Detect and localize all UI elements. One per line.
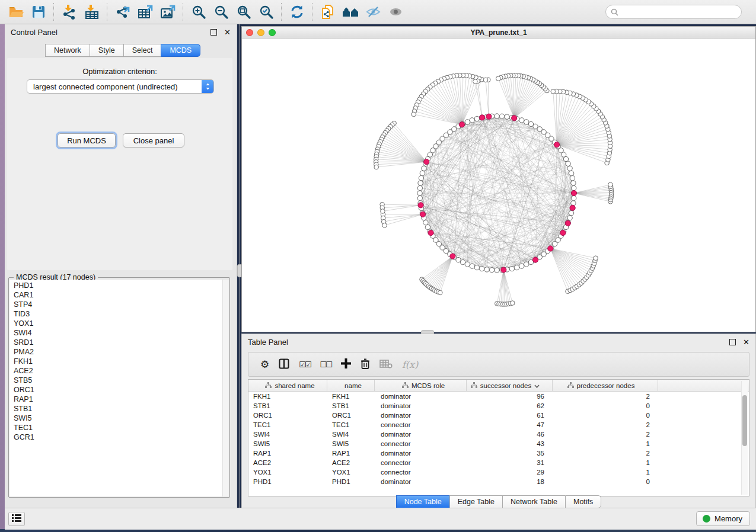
mcds-result-item[interactable]: GCR1	[14, 432, 223, 442]
mcds-result-item[interactable]: STB5	[14, 376, 223, 385]
zoom-fit-button[interactable]	[234, 2, 254, 21]
column-header-mcds-role[interactable]: MCDS role	[375, 380, 467, 391]
network-view-window: YPA_prune.txt_1	[241, 26, 756, 332]
tree-icon	[567, 382, 574, 389]
sort-chevron-icon[interactable]	[534, 382, 540, 389]
export-network-button[interactable]	[113, 2, 133, 21]
mcds-result-item[interactable]: TID3	[14, 309, 223, 319]
table-options-button[interactable]: ⚙	[260, 360, 269, 370]
column-header-name[interactable]: name	[327, 380, 375, 391]
control-panel-title: Control Panel	[11, 28, 58, 37]
table-row[interactable]: FKH1 FKH1 dominator 96 2	[248, 392, 749, 401]
control-panel-tab[interactable]: Select	[123, 44, 161, 57]
close-panel-button[interactable]: Close panel	[123, 133, 184, 148]
control-panel-tab[interactable]: MCDS	[161, 44, 200, 57]
table-scrollbar[interactable]	[741, 381, 748, 495]
mcds-result-group: MCDS result (17 nodes) PHD1CAR1STP4TID3Y…	[8, 277, 230, 498]
mcds-result-item[interactable]: ORC1	[14, 385, 223, 395]
close-window-light[interactable]	[246, 29, 253, 36]
delete-columns-button[interactable]	[361, 358, 370, 371]
export-image-icon	[160, 4, 176, 20]
open-session-button[interactable]	[6, 2, 26, 21]
zoom-selected-button[interactable]	[256, 2, 276, 21]
table-row[interactable]: YOX1 YOX1 connector 29 1	[248, 467, 749, 477]
control-panel-tab[interactable]: Style	[90, 44, 123, 57]
export-table-button[interactable]	[135, 2, 155, 21]
show-all-button[interactable]	[385, 2, 406, 21]
result-list-scrollbar[interactable]	[222, 280, 229, 496]
table-scrollbar-thumb[interactable]	[742, 395, 747, 446]
create-column-button[interactable]	[341, 358, 351, 370]
mcds-result-item[interactable]: CAR1	[14, 290, 223, 300]
delete-table-button[interactable]	[379, 359, 393, 370]
hide-selected-button[interactable]	[363, 2, 383, 21]
network-list-button[interactable]	[8, 512, 25, 526]
close-panel-icon[interactable]: ✕	[224, 28, 231, 37]
search-field[interactable]	[605, 5, 742, 19]
network-window-titlebar[interactable]: YPA_prune.txt_1	[242, 27, 755, 39]
clone-network-button[interactable]	[318, 2, 338, 21]
zoom-out-button[interactable]	[211, 2, 231, 21]
mcds-result-item[interactable]: PHD1	[14, 281, 223, 290]
select-all-button[interactable]: ☑☑	[299, 361, 310, 368]
table-tab[interactable]: Motifs	[565, 495, 601, 508]
table-tab[interactable]: Network Table	[502, 495, 565, 508]
float-panel-button[interactable]	[210, 29, 217, 36]
table-row[interactable]: ORC1 ORC1 dominator 61 0	[248, 411, 749, 420]
import-network-button[interactable]	[59, 2, 79, 21]
table-row[interactable]: TEC1 TEC1 connector 47 2	[248, 420, 749, 430]
mcds-result-item[interactable]: ACE2	[14, 366, 223, 376]
column-header-predecessor-nodes[interactable]: predecessor nodes	[553, 380, 658, 391]
table-row[interactable]: RAP1 RAP1 dominator 35 2	[248, 448, 749, 458]
table-row[interactable]: ACE2 ACE2 connector 31 1	[248, 458, 749, 467]
mcds-panel: Optimization criterion: largest connecte…	[7, 58, 232, 270]
table-row[interactable]: SWI5 SWI5 connector 43 1	[248, 439, 749, 448]
mcds-result-item[interactable]: RAP1	[14, 395, 223, 404]
function-builder-button[interactable]: f(x)	[402, 359, 418, 370]
export-image-button[interactable]	[158, 2, 178, 21]
table-row[interactable]: SWI4 SWI4 dominator 46 2	[248, 430, 749, 439]
toolbar-separator	[53, 3, 55, 21]
show-columns-button[interactable]	[279, 358, 289, 371]
save-session-button[interactable]	[28, 2, 49, 21]
memory-label: Memory	[714, 514, 742, 523]
maximize-window-light[interactable]	[269, 29, 276, 36]
network-canvas[interactable]	[242, 39, 755, 332]
zoom-out-icon	[214, 5, 229, 20]
apply-layout-button[interactable]	[287, 2, 307, 21]
search-input[interactable]	[622, 7, 736, 17]
mcds-result-item[interactable]: STP4	[14, 300, 223, 309]
run-mcds-button[interactable]: Run MCDS	[58, 133, 116, 148]
memory-button[interactable]: Memory	[696, 511, 750, 526]
deselect-all-button[interactable]: ☐☐	[320, 361, 331, 368]
first-neighbors-button[interactable]	[340, 2, 361, 21]
table-tab[interactable]: Node Table	[396, 495, 449, 508]
control-panel: Control Panel ✕ NetworkStyleSelectMCDS O…	[5, 24, 237, 508]
minimize-window-light[interactable]	[257, 29, 264, 36]
column-header-shared-name[interactable]: shared name	[248, 380, 327, 391]
criterion-select[interactable]: largest connected component (undirected)	[27, 79, 214, 94]
mcds-result-item[interactable]: FKH1	[14, 357, 223, 366]
mcds-result-item[interactable]: SWI5	[14, 414, 223, 423]
zoom-in-button[interactable]	[189, 2, 209, 21]
mcds-result-item[interactable]: STB1	[14, 404, 223, 414]
float-table-panel-button[interactable]	[729, 339, 736, 345]
mcds-result-item[interactable]: SWI4	[14, 328, 223, 338]
mcds-result-item[interactable]: YOX1	[14, 319, 223, 328]
mcds-result-item[interactable]: PMA2	[14, 347, 223, 357]
table-row[interactable]: STB1 STB1 dominator 62 0	[248, 401, 749, 411]
mcds-result-item[interactable]: SRD1	[14, 338, 223, 347]
close-table-panel-icon[interactable]: ✕	[743, 338, 749, 347]
mcds-result-list[interactable]: PHD1CAR1STP4TID3YOX1SWI4SRD1PMA2FKH1ACE2…	[9, 280, 223, 496]
control-panel-tab[interactable]: Network	[45, 44, 90, 57]
plus-icon	[341, 358, 351, 370]
mcds-result-item[interactable]: TEC1	[14, 423, 223, 432]
first-neighbors-icon	[342, 5, 359, 19]
table-tab[interactable]: Edge Table	[449, 495, 502, 508]
column-header-successor-nodes[interactable]: successor nodes	[467, 380, 553, 391]
columns-icon	[279, 358, 289, 371]
unchecked-boxes-icon: ☐☐	[320, 361, 331, 368]
table-row[interactable]: PHD1 PHD1 dominator 18 0	[248, 477, 749, 486]
import-table-button[interactable]	[82, 2, 102, 21]
tree-icon	[265, 382, 272, 389]
